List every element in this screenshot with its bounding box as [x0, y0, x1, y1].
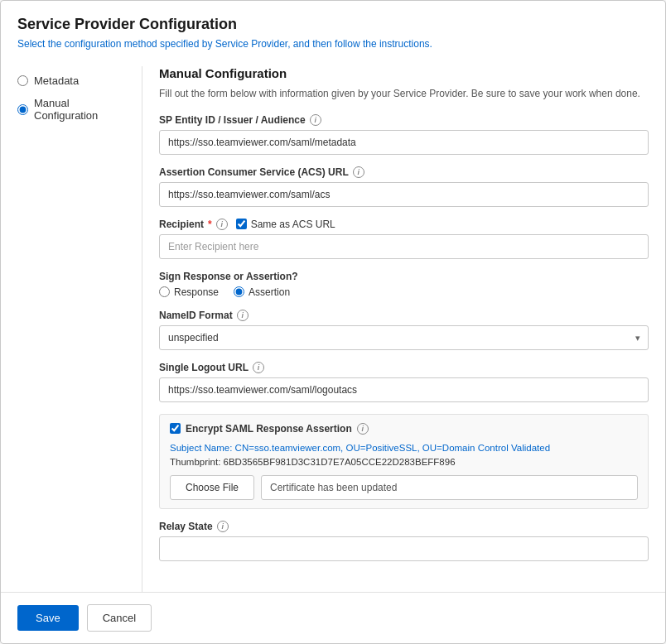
manual-radio[interactable] — [17, 104, 28, 115]
file-row: Choose File Certificate has been updated — [170, 475, 638, 500]
cert-subject: Subject Name: CN=sso.teamviewer.com, OU=… — [170, 441, 638, 455]
sign-group: Sign Response or Assertion? Response Ass… — [159, 271, 649, 298]
encrypt-group: Encrypt SAML Response Assertion i Subjec… — [159, 414, 649, 509]
encrypt-header: Encrypt SAML Response Assertion i — [170, 423, 638, 435]
sign-response-option[interactable]: Response — [159, 286, 219, 298]
choose-file-button[interactable]: Choose File — [170, 475, 254, 500]
logout-label: Single Logout URL i — [159, 362, 649, 373]
encrypt-label: Encrypt SAML Response Assertion — [186, 423, 352, 435]
sign-label: Sign Response or Assertion? — [159, 271, 649, 282]
encrypt-info-icon[interactable]: i — [357, 423, 369, 435]
acs-group: Assertion Consumer Service (ACS) URL i — [159, 166, 649, 207]
same-as-acs-label[interactable]: Same as ACS URL — [236, 219, 335, 230]
manual-label: Manual Configuration — [34, 97, 125, 122]
logout-input[interactable] — [159, 377, 649, 402]
acs-info-icon[interactable]: i — [353, 166, 364, 178]
acs-label: Assertion Consumer Service (ACS) URL i — [159, 166, 649, 178]
page-title: Service Provider Configuration — [17, 16, 649, 33]
page-subtitle: Select the configuration method specifie… — [17, 38, 649, 50]
main-content: Manual Configuration Fill out the form b… — [142, 66, 665, 592]
sidebar-item-manual[interactable]: Manual Configuration — [17, 97, 125, 122]
nameid-group: NameID Format i unspecified emailAddress… — [159, 310, 649, 350]
sp-entity-input[interactable] — [159, 130, 649, 155]
sidebar-item-metadata[interactable]: Metadata — [17, 74, 125, 87]
sign-radio-group: Response Assertion — [159, 286, 649, 298]
save-button[interactable]: Save — [17, 605, 79, 631]
recipient-input[interactable] — [159, 234, 649, 259]
recipient-label-row: Recipient * i Same as ACS URL — [159, 219, 649, 230]
same-as-acs-checkbox[interactable] — [236, 219, 247, 229]
relay-state-info-icon[interactable]: i — [217, 521, 229, 532]
required-indicator: * — [208, 219, 212, 230]
recipient-group: Recipient * i Same as ACS URL — [159, 219, 649, 259]
section-desc: Fill out the form below with information… — [159, 87, 649, 101]
recipient-label: Recipient * i — [159, 219, 228, 230]
file-status: Certificate has been updated — [261, 475, 638, 500]
sign-assertion-radio[interactable] — [234, 286, 244, 297]
encrypt-checkbox[interactable] — [170, 423, 181, 434]
cancel-button[interactable]: Cancel — [87, 604, 152, 632]
recipient-info-icon[interactable]: i — [216, 219, 228, 230]
logout-group: Single Logout URL i — [159, 362, 649, 402]
sign-assertion-option[interactable]: Assertion — [234, 286, 290, 298]
nameid-select[interactable]: unspecified emailAddress transient persi… — [159, 325, 649, 350]
window-body: Metadata Manual Configuration Manual Con… — [1, 58, 665, 592]
logout-info-icon[interactable]: i — [253, 362, 264, 373]
sp-entity-group: SP Entity ID / Issuer / Audience i — [159, 114, 649, 155]
sp-entity-label: SP Entity ID / Issuer / Audience i — [159, 114, 649, 126]
metadata-radio[interactable] — [17, 75, 28, 86]
sidebar: Metadata Manual Configuration — [1, 66, 142, 592]
service-provider-config-window: Service Provider Configuration Select th… — [0, 0, 666, 644]
relay-state-input[interactable] — [159, 536, 649, 561]
sp-entity-info-icon[interactable]: i — [310, 114, 321, 126]
window-header: Service Provider Configuration Select th… — [1, 1, 665, 58]
relay-state-group: Relay State i — [159, 521, 649, 561]
metadata-label: Metadata — [34, 74, 79, 87]
cert-thumbprint: Thumbprint: 6BD3565BF981D3C31D7E7A05CCE2… — [170, 457, 638, 467]
nameid-info-icon[interactable]: i — [237, 310, 249, 321]
acs-input[interactable] — [159, 182, 649, 207]
window-footer: Save Cancel — [1, 592, 665, 643]
section-title: Manual Configuration — [159, 66, 649, 80]
nameid-select-wrapper: unspecified emailAddress transient persi… — [159, 325, 649, 350]
relay-state-label: Relay State i — [159, 521, 649, 532]
sign-response-radio[interactable] — [159, 286, 170, 297]
nameid-label: NameID Format i — [159, 310, 649, 321]
encrypt-section: Encrypt SAML Response Assertion i Subjec… — [159, 414, 649, 509]
